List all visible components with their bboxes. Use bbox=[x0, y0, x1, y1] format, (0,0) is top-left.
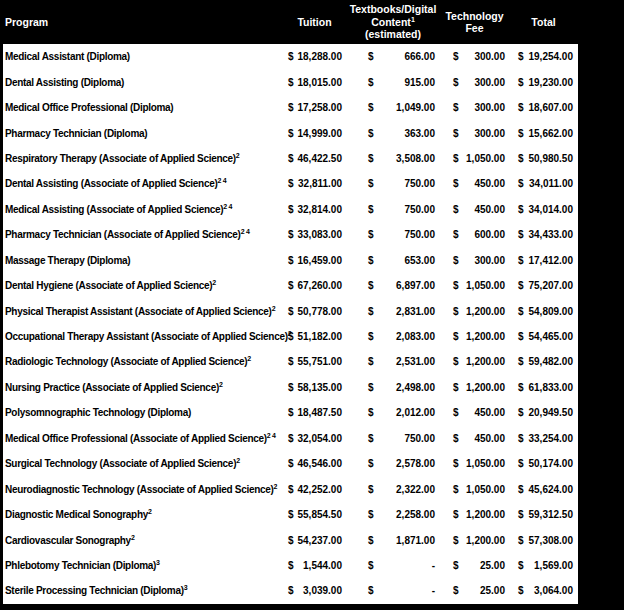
textbooks-amount: 750.00 bbox=[404, 229, 435, 240]
tuition-amount: 32,811.00 bbox=[298, 178, 342, 189]
tuition-amount: 33,083.00 bbox=[298, 229, 343, 240]
program-name: Physical Therapist Assistant (Associate … bbox=[5, 306, 272, 317]
tuition-cell: $42,252.00 bbox=[283, 484, 346, 495]
total-amount: 45,624.00 bbox=[529, 484, 574, 495]
dollar-sign: $ bbox=[453, 484, 459, 495]
dollar-sign: $ bbox=[518, 509, 524, 520]
total-cell: $3,064.00 bbox=[509, 585, 578, 596]
program-footnote-marker: 2 bbox=[148, 508, 152, 515]
textbooks-cell: $2,012.00 bbox=[346, 407, 440, 418]
dollar-sign: $ bbox=[453, 356, 459, 367]
tuition-amount: 18,288.00 bbox=[298, 51, 343, 62]
tuition-cell: $33,083.00 bbox=[283, 229, 346, 240]
textbooks-amount: 653.00 bbox=[404, 255, 435, 266]
program-cell: Neurodiagnostic Technology (Associate of… bbox=[3, 484, 283, 495]
total-cell: $57,308.00 bbox=[509, 535, 578, 546]
total-amount: 57,308.00 bbox=[529, 535, 574, 546]
tuition-cell: $1,544.00 bbox=[283, 560, 346, 571]
total-cell: $50,174.00 bbox=[509, 458, 578, 469]
technology-fee-amount: 600.00 bbox=[474, 229, 505, 240]
program-footnote-marker: 2 4 bbox=[217, 177, 226, 184]
textbooks-cell: $750.00 bbox=[346, 204, 440, 215]
dollar-sign: $ bbox=[453, 280, 459, 291]
technology-fee-cell: $1,200.00 bbox=[440, 331, 509, 342]
technology-fee-amount: 1,200.00 bbox=[466, 535, 505, 546]
program-cell: Pharmacy Technician (Diploma) bbox=[3, 128, 283, 139]
table-row: Physical Therapist Assistant (Associate … bbox=[3, 298, 578, 323]
total-amount: 61,833.00 bbox=[529, 382, 574, 393]
tuition-amount: 18,487.50 bbox=[298, 407, 343, 418]
total-cell: $34,433.00 bbox=[509, 229, 578, 240]
dollar-sign: $ bbox=[518, 458, 524, 469]
tuition-amount: 14,999.00 bbox=[298, 128, 343, 139]
program-footnote-marker: 2 4 bbox=[223, 203, 232, 210]
table-row: Cardiovascular Sonography2 $54,237.00 $1… bbox=[3, 527, 578, 552]
program-name: Nursing Practice (Associate of Applied S… bbox=[5, 382, 219, 393]
dollar-sign: $ bbox=[518, 229, 524, 240]
technology-fee-amount: 300.00 bbox=[474, 102, 505, 113]
tuition-cell: $46,422.50 bbox=[283, 153, 346, 164]
technology-fee-amount: 300.00 bbox=[474, 77, 505, 88]
tuition-amount: 32,054.00 bbox=[298, 433, 343, 444]
column-header-technology-line1: Technology bbox=[440, 10, 509, 23]
tuition-cell: $18,015.00 bbox=[283, 77, 346, 88]
dollar-sign: $ bbox=[368, 458, 374, 469]
dollar-sign: $ bbox=[453, 51, 459, 62]
technology-fee-amount: 1,050.00 bbox=[466, 153, 505, 164]
technology-fee-cell: $1,050.00 bbox=[440, 484, 509, 495]
tuition-amount: 46,422.50 bbox=[298, 153, 343, 164]
tuition-cell: $32,814.00 bbox=[283, 204, 346, 215]
program-name: Diagnostic Medical Sonography bbox=[5, 509, 148, 520]
textbooks-cell: $2,258.00 bbox=[346, 509, 440, 520]
textbooks-amount: 2,831.00 bbox=[396, 306, 435, 317]
textbooks-cell: $6,897.00 bbox=[346, 280, 440, 291]
tuition-amount: 18,015.00 bbox=[298, 77, 343, 88]
tuition-amount: 17,258.00 bbox=[298, 102, 343, 113]
dollar-sign: $ bbox=[453, 535, 459, 546]
program-name: Sterile Processing Technician (Diploma) bbox=[5, 585, 184, 596]
table-row: Medical Office Professional (Diploma) $1… bbox=[3, 95, 578, 120]
program-cell: Occupational Therapy Assistant (Associat… bbox=[3, 331, 283, 342]
dollar-sign: $ bbox=[518, 382, 524, 393]
technology-fee-amount: 25.00 bbox=[480, 560, 505, 571]
tuition-cell: $32,811.00 bbox=[283, 178, 346, 189]
textbooks-cell: $750.00 bbox=[346, 178, 440, 189]
table-row: Occupational Therapy Assistant (Associat… bbox=[3, 324, 578, 349]
table-row: Surgical Technology (Associate of Applie… bbox=[3, 451, 578, 476]
total-cell: $1,569.00 bbox=[509, 560, 578, 571]
total-amount: 54,465.00 bbox=[529, 331, 574, 342]
dollar-sign: $ bbox=[368, 356, 374, 367]
dollar-sign: $ bbox=[368, 204, 374, 215]
dollar-sign: $ bbox=[288, 535, 294, 546]
technology-fee-cell: $300.00 bbox=[440, 51, 509, 62]
technology-fee-amount: 1,200.00 bbox=[466, 509, 505, 520]
textbooks-amount: 666.00 bbox=[404, 51, 435, 62]
technology-fee-cell: $1,200.00 bbox=[440, 356, 509, 367]
program-cell: Polysomnographic Technology (Diploma) bbox=[3, 407, 283, 418]
program-footnote-marker: 3 bbox=[184, 584, 188, 591]
program-cell: Respiratory Therapy (Associate of Applie… bbox=[3, 153, 283, 164]
dollar-sign: $ bbox=[368, 509, 374, 520]
technology-fee-cell: $450.00 bbox=[440, 204, 509, 215]
total-amount: 18,607.00 bbox=[529, 102, 574, 113]
program-cell: Dental Assisting (Associate of Applied S… bbox=[3, 178, 283, 189]
column-header-program: Program bbox=[0, 16, 283, 29]
technology-fee-amount: 300.00 bbox=[474, 51, 505, 62]
program-name: Massage Therapy (Diploma) bbox=[5, 255, 130, 266]
program-name: Pharmacy Technician (Diploma) bbox=[5, 128, 147, 139]
textbooks-amount: 915.00 bbox=[404, 77, 435, 88]
column-header-tuition: Tuition bbox=[283, 16, 346, 29]
tuition-amount: 58,135.00 bbox=[298, 382, 343, 393]
technology-fee-cell: $300.00 bbox=[440, 255, 509, 266]
total-cell: $20,949.50 bbox=[509, 407, 578, 418]
total-amount: 3,064.00 bbox=[534, 585, 573, 596]
dollar-sign: $ bbox=[288, 51, 294, 62]
dollar-sign: $ bbox=[518, 204, 524, 215]
total-amount: 59,312.50 bbox=[529, 509, 574, 520]
tuition-cell: $3,039.00 bbox=[283, 585, 346, 596]
dollar-sign: $ bbox=[368, 306, 374, 317]
textbooks-amount: 1,049.00 bbox=[396, 102, 435, 113]
program-footnote-marker: 2 4 bbox=[267, 431, 276, 438]
technology-fee-cell: $450.00 bbox=[440, 178, 509, 189]
technology-fee-amount: 450.00 bbox=[474, 433, 505, 444]
